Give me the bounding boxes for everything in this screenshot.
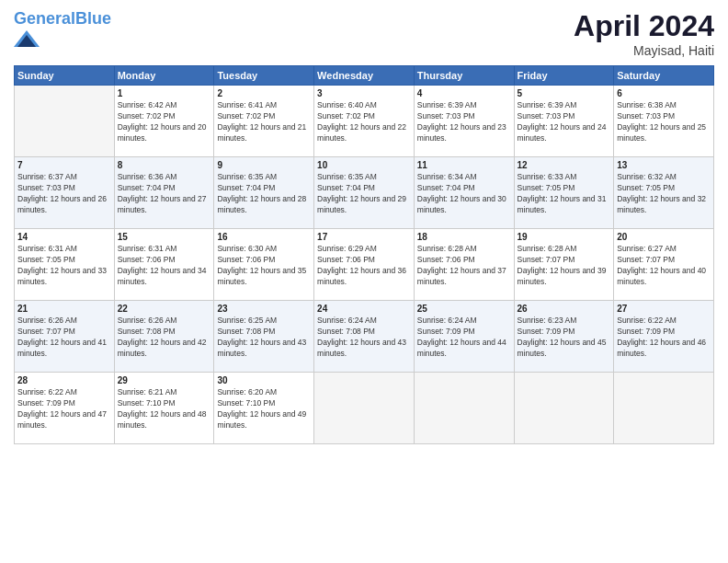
month-title: April 2024 (574, 9, 714, 43)
day-number: 5 (518, 88, 611, 98)
header-row: Sunday Monday Tuesday Wednesday Thursday… (15, 66, 714, 86)
table-row: 6Sunrise: 6:38 AMSunset: 7:03 PMDaylight… (614, 86, 714, 157)
day-number: 27 (617, 304, 711, 314)
location-subtitle: Mayisad, Haiti (574, 43, 714, 58)
day-info: Sunrise: 6:35 AMSunset: 7:04 PMDaylight:… (217, 172, 311, 216)
table-row: 18Sunrise: 6:28 AMSunset: 7:06 PMDayligh… (414, 229, 514, 301)
col-sunday: Sunday (15, 66, 115, 86)
table-row (614, 373, 714, 444)
day-info: Sunrise: 6:24 AMSunset: 7:09 PMDaylight:… (417, 316, 511, 360)
day-number: 21 (17, 304, 111, 314)
day-number: 2 (217, 88, 311, 98)
day-info: Sunrise: 6:34 AMSunset: 7:04 PMDaylight:… (417, 172, 511, 216)
calendar-week-0: 1Sunrise: 6:42 AMSunset: 7:02 PMDaylight… (15, 86, 714, 157)
title-block: April 2024 Mayisad, Haiti (574, 9, 714, 58)
table-row (414, 373, 514, 444)
day-number: 20 (617, 232, 711, 242)
table-row: 9Sunrise: 6:35 AMSunset: 7:04 PMDaylight… (214, 157, 314, 229)
table-row (514, 373, 614, 444)
day-info: Sunrise: 6:20 AMSunset: 7:10 PMDaylight:… (217, 387, 311, 431)
table-row: 11Sunrise: 6:34 AMSunset: 7:04 PMDayligh… (414, 157, 514, 229)
table-row: 14Sunrise: 6:31 AMSunset: 7:05 PMDayligh… (15, 229, 115, 301)
day-info: Sunrise: 6:42 AMSunset: 7:02 PMDaylight:… (118, 100, 211, 144)
table-row: 26Sunrise: 6:23 AMSunset: 7:09 PMDayligh… (514, 301, 614, 373)
table-row (314, 373, 415, 444)
day-info: Sunrise: 6:23 AMSunset: 7:09 PMDaylight:… (518, 316, 611, 360)
day-number: 10 (317, 160, 411, 170)
day-number: 24 (317, 304, 411, 314)
table-row: 21Sunrise: 6:26 AMSunset: 7:07 PMDayligh… (15, 301, 115, 373)
day-info: Sunrise: 6:39 AMSunset: 7:03 PMDaylight:… (417, 100, 511, 144)
day-info: Sunrise: 6:25 AMSunset: 7:08 PMDaylight:… (217, 316, 311, 360)
day-info: Sunrise: 6:35 AMSunset: 7:04 PMDaylight:… (317, 172, 411, 216)
calendar-table: Sunday Monday Tuesday Wednesday Thursday… (14, 65, 714, 444)
day-info: Sunrise: 6:31 AMSunset: 7:05 PMDaylight:… (17, 244, 111, 288)
col-tuesday: Tuesday (214, 66, 314, 86)
table-row: 13Sunrise: 6:32 AMSunset: 7:05 PMDayligh… (614, 157, 714, 229)
table-row: 8Sunrise: 6:36 AMSunset: 7:04 PMDaylight… (114, 157, 214, 229)
calendar-week-2: 14Sunrise: 6:31 AMSunset: 7:05 PMDayligh… (15, 229, 714, 301)
table-row: 20Sunrise: 6:27 AMSunset: 7:07 PMDayligh… (614, 229, 714, 301)
table-row: 28Sunrise: 6:22 AMSunset: 7:09 PMDayligh… (15, 373, 115, 444)
day-number: 1 (118, 88, 211, 98)
table-row: 10Sunrise: 6:35 AMSunset: 7:04 PMDayligh… (314, 157, 415, 229)
calendar-week-4: 28Sunrise: 6:22 AMSunset: 7:09 PMDayligh… (15, 373, 714, 444)
logo-icon (14, 30, 40, 47)
day-number: 26 (518, 304, 611, 314)
day-number: 22 (118, 304, 211, 314)
day-info: Sunrise: 6:28 AMSunset: 7:06 PMDaylight:… (417, 244, 511, 288)
day-number: 6 (617, 88, 711, 98)
day-number: 19 (518, 232, 611, 242)
day-info: Sunrise: 6:30 AMSunset: 7:06 PMDaylight:… (217, 244, 311, 288)
col-wednesday: Wednesday (314, 66, 415, 86)
calendar-week-1: 7Sunrise: 6:37 AMSunset: 7:03 PMDaylight… (15, 157, 714, 229)
logo-blue: Blue (75, 9, 111, 28)
table-row: 30Sunrise: 6:20 AMSunset: 7:10 PMDayligh… (214, 373, 314, 444)
table-row: 24Sunrise: 6:24 AMSunset: 7:08 PMDayligh… (314, 301, 415, 373)
table-row: 22Sunrise: 6:26 AMSunset: 7:08 PMDayligh… (114, 301, 214, 373)
day-info: Sunrise: 6:40 AMSunset: 7:02 PMDaylight:… (317, 100, 411, 144)
table-row: 27Sunrise: 6:22 AMSunset: 7:09 PMDayligh… (614, 301, 714, 373)
day-number: 12 (518, 160, 611, 170)
day-number: 8 (118, 160, 211, 170)
day-number: 28 (17, 375, 111, 385)
logo-general: General (14, 9, 75, 28)
day-info: Sunrise: 6:24 AMSunset: 7:08 PMDaylight:… (317, 316, 411, 360)
table-row: 19Sunrise: 6:28 AMSunset: 7:07 PMDayligh… (514, 229, 614, 301)
day-number: 30 (217, 375, 311, 385)
day-number: 25 (417, 304, 511, 314)
col-thursday: Thursday (414, 66, 514, 86)
table-row: 1Sunrise: 6:42 AMSunset: 7:02 PMDaylight… (114, 86, 214, 157)
day-info: Sunrise: 6:29 AMSunset: 7:06 PMDaylight:… (317, 244, 411, 288)
day-number: 15 (118, 232, 211, 242)
day-number: 3 (317, 88, 411, 98)
day-info: Sunrise: 6:26 AMSunset: 7:07 PMDaylight:… (17, 316, 111, 360)
day-number: 16 (217, 232, 311, 242)
logo-text: GeneralBlue (14, 9, 111, 29)
calendar-week-3: 21Sunrise: 6:26 AMSunset: 7:07 PMDayligh… (15, 301, 714, 373)
day-number: 17 (317, 232, 411, 242)
table-row: 12Sunrise: 6:33 AMSunset: 7:05 PMDayligh… (514, 157, 614, 229)
day-info: Sunrise: 6:31 AMSunset: 7:06 PMDaylight:… (118, 244, 211, 288)
day-info: Sunrise: 6:39 AMSunset: 7:03 PMDaylight:… (518, 100, 611, 144)
table-row: 29Sunrise: 6:21 AMSunset: 7:10 PMDayligh… (114, 373, 214, 444)
day-info: Sunrise: 6:22 AMSunset: 7:09 PMDaylight:… (617, 316, 711, 360)
day-number: 11 (417, 160, 511, 170)
table-row: 4Sunrise: 6:39 AMSunset: 7:03 PMDaylight… (414, 86, 514, 157)
col-saturday: Saturday (614, 66, 714, 86)
day-number: 23 (217, 304, 311, 314)
table-row: 5Sunrise: 6:39 AMSunset: 7:03 PMDaylight… (514, 86, 614, 157)
table-row: 7Sunrise: 6:37 AMSunset: 7:03 PMDaylight… (15, 157, 115, 229)
day-info: Sunrise: 6:22 AMSunset: 7:09 PMDaylight:… (17, 387, 111, 431)
day-number: 29 (118, 375, 211, 385)
day-info: Sunrise: 6:37 AMSunset: 7:03 PMDaylight:… (17, 172, 111, 216)
logo: GeneralBlue (14, 9, 111, 47)
table-row: 17Sunrise: 6:29 AMSunset: 7:06 PMDayligh… (314, 229, 415, 301)
table-row (15, 86, 115, 157)
day-info: Sunrise: 6:28 AMSunset: 7:07 PMDaylight:… (518, 244, 611, 288)
col-friday: Friday (514, 66, 614, 86)
day-info: Sunrise: 6:32 AMSunset: 7:05 PMDaylight:… (617, 172, 711, 216)
day-info: Sunrise: 6:41 AMSunset: 7:02 PMDaylight:… (217, 100, 311, 144)
day-info: Sunrise: 6:36 AMSunset: 7:04 PMDaylight:… (118, 172, 211, 216)
page-container: GeneralBlue April 2024 Mayisad, Haiti Su… (0, 0, 728, 563)
